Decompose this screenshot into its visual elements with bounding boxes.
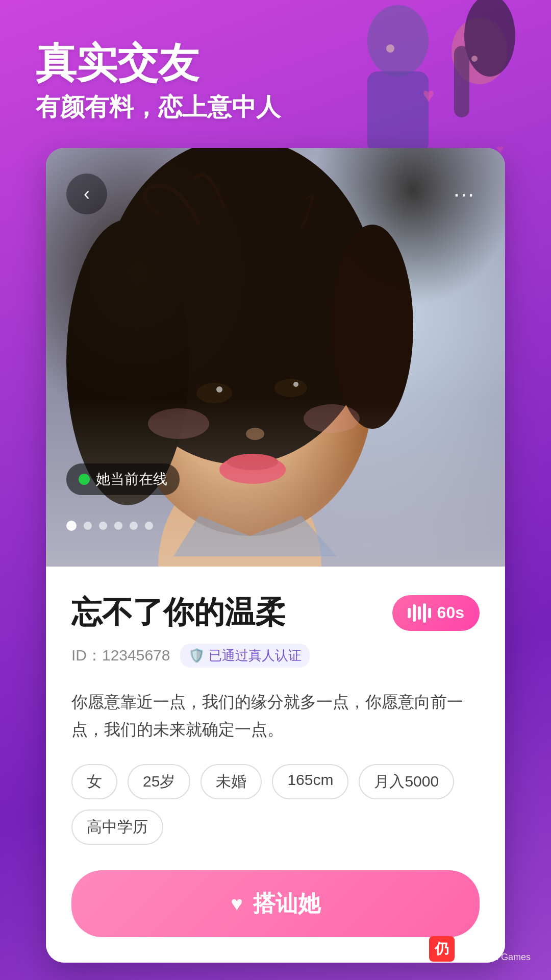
back-button[interactable]: ‹	[66, 174, 107, 214]
tag-marriage: 未婚	[201, 764, 262, 799]
cta-heart-icon: ♥	[231, 892, 243, 915]
audio-time: 60s	[437, 603, 464, 622]
tag-age: 25岁	[128, 764, 190, 799]
tag-income: 月入5000	[359, 764, 454, 799]
header-section: 真实交友 有颜有料，恋上意中人	[36, 41, 281, 124]
audio-bar-1	[408, 608, 411, 618]
watermark: 仍 仍玩游戏Rengwan Games	[429, 933, 531, 965]
online-indicator	[79, 474, 90, 485]
verified-icon: 🛡️	[188, 648, 205, 664]
header-title: 真实交友	[36, 41, 281, 86]
page-dot-6[interactable]	[145, 522, 153, 530]
audio-bar-4	[423, 603, 426, 623]
audio-button[interactable]: 60s	[392, 595, 480, 631]
page-dot-5[interactable]	[130, 522, 138, 530]
more-icon: ···	[454, 181, 475, 207]
audio-bar-3	[418, 606, 421, 620]
svg-rect-1	[367, 71, 429, 153]
svg-point-0	[367, 5, 429, 77]
page-dots	[66, 521, 153, 531]
more-button[interactable]: ···	[444, 174, 485, 214]
audio-waves-icon	[408, 603, 431, 623]
verified-text: 已通过真人认证	[209, 647, 302, 665]
watermark-text: 仍玩游戏Rengwan Games	[460, 933, 531, 965]
online-badge: 她当前在线	[66, 463, 180, 495]
page-dot-4[interactable]	[114, 522, 122, 530]
svg-rect-4	[454, 46, 469, 117]
watermark-icon: 仍	[429, 936, 455, 962]
photo-section: ‹ ··· 她当前在线	[46, 148, 505, 567]
svg-point-5	[386, 44, 394, 53]
audio-bar-5	[428, 608, 431, 618]
page-dot-2[interactable]	[84, 522, 92, 530]
page-dot-1[interactable]	[66, 521, 77, 531]
svg-point-6	[471, 56, 478, 62]
profile-name: 忘不了你的温柔	[71, 592, 286, 633]
profile-bio: 你愿意靠近一点，我们的缘分就多一点，你愿意向前一点，我们的未来就确定一点。	[71, 688, 480, 744]
photo-overlay	[46, 148, 505, 567]
profile-section: 忘不了你的温柔 60s ID：12345678 🛡️ 已通过真人认证 你愿	[46, 567, 505, 963]
tag-gender: 女	[71, 764, 117, 799]
profile-id-row: ID：12345678 🛡️ 已通过真人认证	[71, 644, 480, 668]
cta-button[interactable]: ♥ 搭讪她	[71, 870, 480, 937]
tag-education: 高中学历	[71, 810, 163, 845]
profile-header: 忘不了你的温柔 60s	[71, 592, 480, 633]
tags-container: 女 25岁 未婚 165cm 月入5000 高中学历	[71, 764, 480, 845]
back-icon: ‹	[84, 185, 90, 203]
svg-text:♥: ♥	[422, 84, 435, 106]
page-dot-3[interactable]	[99, 522, 107, 530]
online-status-text: 她当前在线	[96, 470, 167, 489]
verified-badge: 🛡️ 已通过真人认证	[180, 644, 310, 668]
header-subtitle: 有颜有料，恋上意中人	[36, 91, 281, 124]
cta-label: 搭讪她	[253, 889, 320, 919]
profile-id: ID：12345678	[71, 645, 170, 666]
main-card: ‹ ··· 她当前在线 忘不了你的温柔	[46, 148, 505, 963]
audio-bar-2	[413, 604, 416, 622]
tag-height: 165cm	[272, 764, 348, 799]
